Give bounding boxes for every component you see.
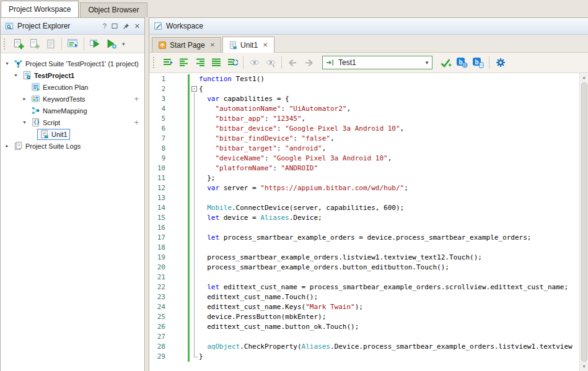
chevron-expanded-icon[interactable]: ▾ [3, 61, 11, 66]
toolbar-grip[interactable] [153, 57, 157, 68]
tab-unit1[interactable]: Unit1 ✕ [222, 37, 274, 53]
reformat-code-button[interactable] [224, 55, 240, 71]
code-line-9[interactable]: "deviceName": "Google Pixel 3a Android 1… [199, 154, 579, 164]
code-line-6[interactable]: "bitbar_device": "Google Pixel 3a Androi… [199, 124, 579, 134]
chevron-collapsed-icon[interactable]: ▸ [3, 143, 11, 149]
scrollbar-thumb[interactable] [581, 82, 587, 362]
code-line-2[interactable]: { [199, 84, 579, 94]
code-line-5[interactable]: "bitbar_app": "12345", [199, 114, 579, 124]
auto-hide-pin-icon[interactable] [123, 23, 129, 30]
line-number[interactable]: 11 [149, 173, 165, 183]
tree-item-script[interactable]: ▾{}Script+ [1, 116, 144, 128]
line-number[interactable]: 17 [149, 233, 165, 243]
code-line-7[interactable]: "bitbar_findDevice": "false", [199, 134, 579, 144]
tree-item-project-suite-testproject1-1-project[interactable]: ▾Project Suite 'TestProject1' (1 project… [1, 58, 144, 69]
line-number[interactable]: 25 [149, 312, 165, 322]
line-number[interactable]: 22 [149, 282, 165, 292]
window-position-icon[interactable] [112, 23, 118, 29]
tree-item-project-suite-logs[interactable]: ▸Project Suite Logs [1, 140, 144, 152]
line-number[interactable]: 1 [149, 74, 165, 84]
run-in-browser-button[interactable]: b [454, 55, 470, 71]
run-on-device-button[interactable]: b [470, 55, 486, 71]
add-child-item-button[interactable]: + [134, 118, 139, 127]
tree-item-namemapping[interactable]: NameMapping [1, 105, 144, 116]
line-number[interactable]: 21 [149, 273, 165, 282]
line-number[interactable]: 28 [149, 342, 165, 352]
code-line-14[interactable]: Mobile.ConnectDevice(server, capabilitie… [199, 203, 579, 213]
tree-item-keywordtests[interactable]: ▸KeywordTests+ [1, 93, 144, 105]
code-line-27[interactable] [199, 332, 579, 342]
line-number[interactable]: 8 [149, 144, 165, 154]
line-number[interactable]: 19 [149, 253, 165, 263]
help-icon[interactable]: ? [103, 23, 107, 30]
tree-item-testproject1[interactable]: ▾TestProject1 [1, 69, 144, 81]
add-existing-item-button[interactable] [27, 36, 42, 51]
code-line-8[interactable]: "bitbar_target": "android", [199, 144, 579, 154]
navigate-forward-button[interactable] [301, 55, 317, 71]
code-line-10[interactable]: "platformName": "ANDROID" [199, 164, 579, 173]
editor-vertical-scrollbar[interactable]: ▲ ▼ [579, 73, 588, 371]
code-line-11[interactable]: }; [199, 173, 579, 183]
syntax-check-button[interactable] [438, 55, 454, 71]
quick-watch-button[interactable] [263, 55, 278, 71]
align-left-button[interactable] [176, 55, 191, 71]
line-number[interactable]: 29 [149, 352, 165, 362]
toolbar-grip[interactable] [4, 38, 7, 50]
line-number[interactable]: 14 [149, 203, 165, 213]
code-line-15[interactable]: let device = Aliases.Device; [199, 213, 579, 223]
code-line-18[interactable] [199, 243, 579, 253]
code-line-29[interactable]: } [199, 352, 579, 362]
code-line-25[interactable]: device.PressButton(mbkEnter); [199, 312, 579, 322]
chevron-down-icon[interactable]: ▾ [422, 56, 432, 69]
code-line-28[interactable]: aqObject.CheckProperty(Aliases.Device.pr… [199, 342, 579, 352]
scroll-up-icon[interactable]: ▲ [580, 73, 588, 82]
code-line-3[interactable]: var capabilities = { [199, 94, 579, 104]
close-tab-icon[interactable]: ✕ [263, 41, 268, 48]
code-line-22[interactable]: let edittext_cust_name = process_smartbe… [199, 282, 579, 292]
line-number[interactable]: 20 [149, 263, 165, 273]
code-line-1[interactable]: function Test1() [199, 74, 579, 84]
line-number[interactable]: 27 [149, 332, 165, 342]
line-number[interactable]: 15 [149, 213, 165, 223]
tree-item-unit1[interactable]: Unit1 [1, 128, 144, 140]
remove-item-button[interactable] [43, 36, 58, 51]
run-project-suite-button[interactable] [103, 36, 119, 51]
line-number[interactable]: 3 [149, 94, 165, 104]
line-number[interactable]: 16 [149, 223, 165, 233]
line-number[interactable]: 23 [149, 292, 165, 302]
line-number[interactable]: 13 [149, 193, 165, 203]
line-number[interactable]: 18 [149, 243, 165, 253]
line-number[interactable]: 10 [149, 164, 165, 173]
chevron-expanded-icon[interactable]: ▾ [12, 72, 20, 78]
code-line-12[interactable]: var server = "https://appium.bitbar.com/… [199, 183, 579, 193]
code-line-4[interactable]: "automationName": "UiAutomator2", [199, 104, 579, 114]
format-code-button[interactable] [160, 55, 175, 71]
add-new-item-button[interactable] [11, 36, 26, 51]
collapse-fold-icon[interactable]: - [191, 86, 197, 92]
close-tab-icon[interactable]: ✕ [210, 41, 215, 48]
run-project-button[interactable] [87, 36, 103, 51]
tab-project-workspace[interactable]: Project Workspace [1, 1, 79, 17]
close-panel-icon[interactable]: ✕ [134, 23, 140, 30]
code-line-20[interactable]: process_smartbear_example_orders.button_… [199, 263, 579, 273]
line-number[interactable]: 4 [149, 104, 165, 114]
code-line-24[interactable]: edittext_cust_name.Keys("Mark Twain"); [199, 302, 579, 312]
code-line-17[interactable]: let process_smartbear_example_orders = d… [199, 233, 579, 243]
line-number[interactable]: 6 [149, 124, 165, 134]
chevron-down-icon[interactable]: ▾ [120, 41, 128, 47]
line-number[interactable]: 24 [149, 302, 165, 312]
align-justify-button[interactable] [208, 55, 224, 71]
tab-object-browser[interactable]: Object Browser [80, 2, 147, 17]
line-number[interactable]: 2 [149, 84, 165, 94]
add-child-item-button[interactable]: + [134, 94, 139, 103]
tree-item-execution-plan[interactable]: Execution Plan [1, 81, 144, 93]
code-line-26[interactable]: edittext_cust_name.button_ok.Touch(); [199, 322, 579, 332]
routine-selector[interactable]: Test1 ▾ [322, 56, 432, 69]
line-number[interactable]: 5 [149, 114, 165, 124]
line-number[interactable]: 12 [149, 183, 165, 193]
organize-tests-button[interactable] [65, 36, 81, 51]
chevron-expanded-icon[interactable]: ▾ [20, 120, 29, 125]
watch-expression-button[interactable] [247, 55, 262, 71]
code-line-16[interactable] [199, 223, 579, 233]
align-right-button[interactable] [192, 55, 208, 71]
